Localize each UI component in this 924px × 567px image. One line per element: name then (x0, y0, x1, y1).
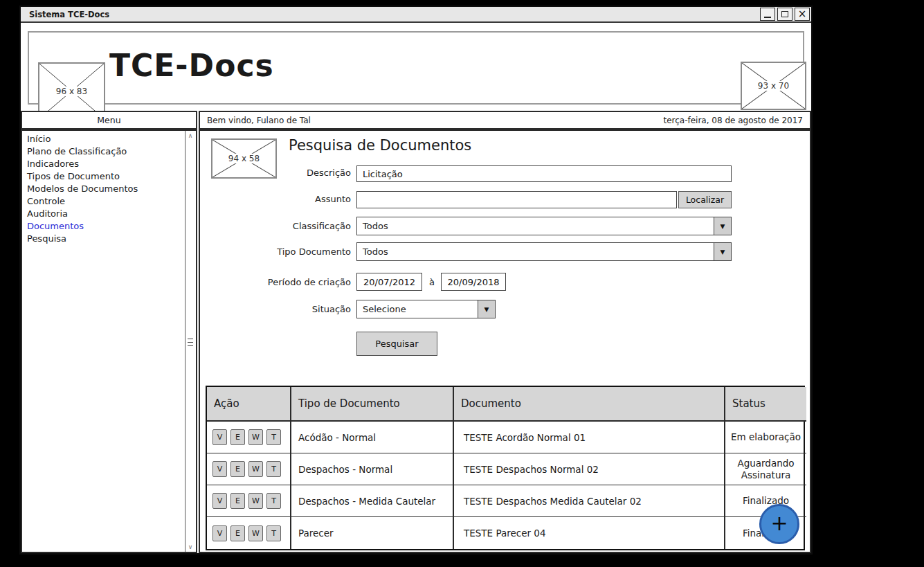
view-button[interactable]: V (212, 461, 227, 477)
pesquisar-button[interactable]: Pesquisar (356, 332, 437, 356)
placeholder-size-label: 96 x 83 (54, 87, 89, 96)
minimize-button[interactable] (760, 8, 775, 21)
add-document-fab[interactable]: + (759, 504, 799, 544)
classificacao-dropdown[interactable]: Todos ▼ (356, 217, 732, 235)
minimize-icon (764, 10, 771, 18)
situacao-value: Selecione (357, 300, 478, 318)
tipo-documento-value: Todos (357, 243, 714, 260)
results-table: Ação Tipo de Documento Documento Status … (206, 386, 805, 550)
cell-documento: TESTE Parecer 04 (454, 517, 725, 549)
current-date: terça-feira, 08 de agosto de 2017 (663, 116, 803, 125)
classificacao-label: Classificação (200, 221, 351, 231)
welcome-text: Bem vindo, Fulano de Tal (207, 116, 311, 125)
localizar-button[interactable]: Localizar (678, 191, 732, 208)
situacao-label: Situação (200, 304, 351, 314)
trash-button[interactable]: T (266, 429, 281, 445)
edit-button[interactable]: E (230, 429, 245, 445)
periodo-to-input[interactable] (441, 273, 506, 291)
trash-button[interactable]: T (266, 461, 281, 477)
tipo-documento-dropdown[interactable]: Todos ▼ (356, 242, 732, 261)
app-window: Sistema TCE-Docs × 96 x 83 TCE-Docs 93 (19, 6, 813, 555)
periodo-label: Período de criação (200, 277, 351, 287)
window-controls: × (760, 8, 810, 21)
chevron-down-icon[interactable]: ▼ (478, 300, 495, 318)
window-titlebar[interactable]: Sistema TCE-Docs (21, 7, 811, 23)
placeholder-size-label: 94 x 58 (226, 154, 262, 163)
scrollbar-thumb[interactable] (186, 327, 194, 357)
view-button[interactable]: V (212, 429, 227, 445)
main-content: 94 x 58 Pesquisa de Documentos Descrição… (199, 129, 811, 553)
view-button[interactable]: V (212, 493, 227, 509)
status-badge: Em elaboração (725, 422, 806, 453)
close-icon: × (798, 9, 807, 19)
cell-tipo: Despachos - Normal (291, 453, 454, 485)
sidebar-item-plano-de-classificacao[interactable]: Plano de Classificação (22, 145, 183, 158)
close-button[interactable]: × (795, 8, 810, 21)
cell-tipo: Acódão - Normal (291, 422, 454, 453)
plus-icon: + (770, 513, 788, 534)
window-title: Sistema TCE-Docs (29, 10, 109, 19)
sidebar-item-modelos-de-documentos[interactable]: Modelos de Documentos (22, 183, 183, 195)
row-actions: V E W T (207, 422, 291, 453)
sidebar-item-controle[interactable]: Controle (22, 195, 183, 208)
maximize-icon (781, 11, 788, 17)
chevron-down-icon[interactable]: ▼ (714, 217, 731, 235)
page-title: Pesquisa de Documentos (289, 137, 471, 154)
situacao-dropdown[interactable]: Selecione ▼ (356, 300, 496, 318)
status-badge: Aguardando Assinatura (725, 453, 806, 485)
app-title: TCE-Docs (109, 48, 274, 83)
cell-tipo: Parecer (291, 517, 454, 549)
periodo-separator: à (429, 277, 435, 287)
edit-button[interactable]: E (230, 525, 245, 541)
sidebar-item-inicio[interactable]: Início (22, 133, 183, 145)
row-actions: V E W T (207, 517, 291, 549)
sidebar-item-indicadores[interactable]: Indicadores (22, 158, 183, 170)
sidebar-header-label: Menu (97, 115, 120, 125)
descricao-input[interactable] (356, 165, 732, 182)
column-header-documento: Documento (454, 387, 725, 422)
classificacao-value: Todos (357, 217, 714, 235)
org-image-placeholder: 93 x 70 (741, 62, 806, 110)
trash-button[interactable]: T (266, 493, 281, 509)
sidebar-header: Menu (21, 111, 197, 129)
trash-button[interactable]: T (266, 525, 281, 541)
edit-button[interactable]: E (230, 493, 245, 509)
cell-documento: TESTE Despachos Normal 02 (454, 453, 725, 485)
view-button[interactable]: V (212, 525, 227, 541)
descricao-label: Descrição (200, 168, 351, 178)
scroll-down-icon[interactable]: ∨ (185, 543, 195, 550)
sidebar-menu: Início Plano de Classificação Indicadore… (22, 133, 183, 245)
scroll-up-icon[interactable]: ∧ (185, 132, 195, 139)
periodo-from-input[interactable] (356, 273, 422, 291)
assunto-input[interactable] (356, 191, 677, 208)
column-header-status: Status (725, 387, 806, 422)
word-button[interactable]: W (248, 461, 263, 477)
word-button[interactable]: W (248, 429, 263, 445)
sidebar-scrollbar[interactable]: ∧ ∨ (185, 131, 195, 552)
cell-documento: TESTE Acordão Normal 01 (454, 422, 725, 453)
sidebar-item-pesquisa[interactable]: Pesquisa (22, 233, 183, 245)
sidebar-item-documentos[interactable]: Documentos (22, 220, 183, 233)
row-actions: V E W T (207, 485, 291, 517)
column-header-tipo: Tipo de Documento (291, 387, 454, 422)
tipo-documento-label: Tipo Documento (200, 246, 351, 257)
assunto-label: Assunto (200, 194, 351, 204)
word-button[interactable]: W (248, 493, 263, 509)
cell-documento: TESTE Despachos Medida Cautelar 02 (454, 485, 725, 517)
sidebar-item-tipos-de-documento[interactable]: Tipos de Documento (22, 170, 183, 183)
edit-button[interactable]: E (230, 461, 245, 477)
chevron-down-icon[interactable]: ▼ (714, 243, 731, 260)
row-actions: V E W T (207, 453, 291, 485)
sidebar: Início Plano de Classificação Indicadore… (21, 129, 197, 553)
maximize-button[interactable] (777, 8, 792, 21)
branding-header: 96 x 83 TCE-Docs 93 x 70 TCE (28, 31, 804, 105)
status-bar: Bem vindo, Fulano de Tal terça-feira, 08… (199, 111, 811, 129)
cell-tipo: Despachos - Medida Cautelar (291, 485, 454, 517)
sidebar-item-auditoria[interactable]: Auditoria (22, 208, 183, 220)
column-header-acao: Ação (207, 387, 291, 422)
word-button[interactable]: W (248, 525, 263, 541)
placeholder-size-label: 93 x 70 (756, 81, 791, 91)
